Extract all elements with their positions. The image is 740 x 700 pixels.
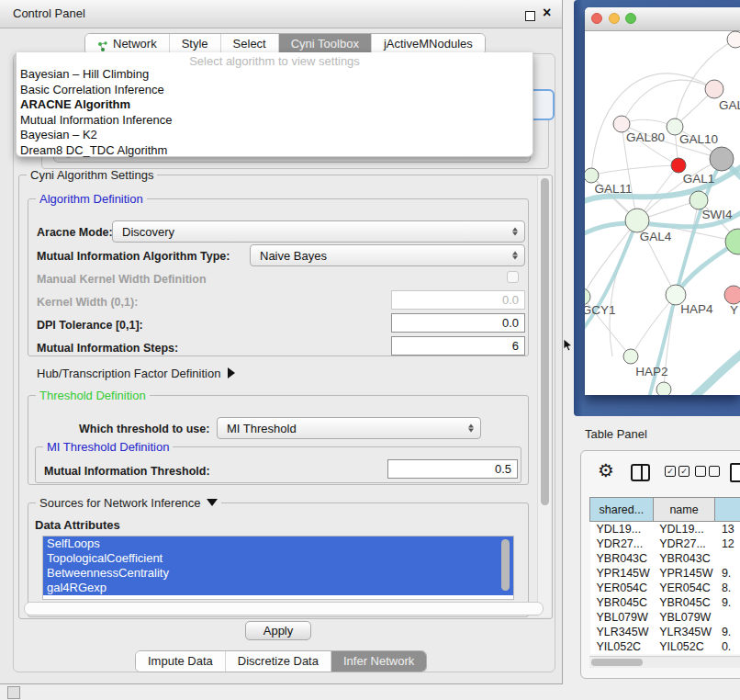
node-table[interactable]: shared...nameYDL19...YDL19...13YDR27...Y… xyxy=(589,497,740,654)
table-cell[interactable]: 9. xyxy=(715,625,740,639)
gear-icon[interactable]: ⚙ xyxy=(598,461,614,480)
dpi-tolerance-field[interactable] xyxy=(391,313,525,333)
table-cell[interactable]: YLR345W xyxy=(590,625,654,639)
network-edge[interactable] xyxy=(591,73,714,175)
table-row[interactable]: YIL052CYIL052C0. xyxy=(590,639,740,654)
tab-discretize-data[interactable]: Discretize Data xyxy=(225,651,331,672)
tab-style[interactable]: Style xyxy=(169,34,220,54)
float-window-button[interactable] xyxy=(525,11,535,21)
table-cell[interactable]: YIL052C xyxy=(653,639,715,654)
table-scrollbar-thumb[interactable] xyxy=(591,659,643,666)
settings-horizontal-scrollbar[interactable] xyxy=(24,602,544,615)
settings-scrollbar-track[interactable] xyxy=(537,175,551,616)
table-cell[interactable]: YDL19... xyxy=(653,522,715,537)
sheet-icon[interactable] xyxy=(730,463,740,482)
mi-steps-field[interactable] xyxy=(391,336,525,356)
algorithm-option-bayesian-hill-climbing[interactable]: Bayesian – Hill Climbing xyxy=(17,67,533,83)
table-cell[interactable]: 8. xyxy=(715,581,740,595)
tab-jactivemnodules[interactable]: jActiveMNodules xyxy=(371,34,485,54)
algorithm-option-aracne-algorithm[interactable]: ARACNE Algorithm xyxy=(17,97,533,113)
table-cell[interactable]: YDR27... xyxy=(653,536,715,551)
table-cell[interactable]: YPR145W xyxy=(590,566,654,581)
table-cell[interactable]: YBR043C xyxy=(590,551,654,566)
table-cell[interactable]: YDL19... xyxy=(590,522,654,537)
select-all-checkboxes-icon[interactable]: ✓ ✓ xyxy=(665,466,690,477)
column-header-partial[interactable] xyxy=(715,498,740,522)
table-row[interactable]: YBL079WYBL079W xyxy=(590,610,740,625)
deselect-all-checkboxes-icon[interactable] xyxy=(695,466,720,477)
apply-button[interactable]: Apply xyxy=(245,621,311,640)
tab-impute-data[interactable]: Impute Data xyxy=(136,651,225,672)
table-cell[interactable]: YDR27... xyxy=(590,536,654,551)
table-panel-title: Table Panel xyxy=(585,427,647,441)
table-row[interactable]: YER054CYER054C8. xyxy=(590,581,740,595)
table-cell[interactable]: YBL079W xyxy=(590,610,654,625)
table-row[interactable]: YBR045CYBR045C9. xyxy=(590,595,740,610)
network-node-gal11[interactable] xyxy=(585,168,599,183)
minimize-traffic-light-icon[interactable] xyxy=(609,13,620,24)
which-threshold-combo[interactable]: MI Threshold xyxy=(217,417,481,439)
tab-label: Style xyxy=(182,34,208,54)
table-row[interactable]: YDL19...YDL19...13 xyxy=(590,522,740,537)
tab-cyni-toolbox[interactable]: Cyni Toolbox xyxy=(278,34,371,54)
attribute-item-gal4rgexp[interactable]: gal4RGexp xyxy=(43,581,513,595)
table-horizontal-scrollbar[interactable] xyxy=(589,656,740,668)
algorithm-option-basic-correlation-inference[interactable]: Basic Correlation Inference xyxy=(17,83,533,98)
table-cell[interactable]: 9. xyxy=(715,595,740,610)
tab-select[interactable]: Select xyxy=(220,34,278,54)
algorithm-option-mutual-information-inference[interactable]: Mutual Information Inference xyxy=(17,113,533,129)
attribute-item-selfloops[interactable]: SelfLoops xyxy=(43,536,513,551)
algorithm-option-dream8-dc-tdc-algorithm[interactable]: Dream8 DC_TDC Algorithm xyxy=(17,143,533,159)
attributes-list-scrollbar-thumb[interactable] xyxy=(501,539,510,591)
network-edge-highlighted[interactable] xyxy=(693,350,740,395)
network-view[interactable]: GALGAL80GAL10GAL1GAL11SWI4GAL4GCY1HAP4YH… xyxy=(585,30,740,395)
table-cell[interactable]: YIL052C xyxy=(590,639,654,654)
mi-threshold-field[interactable] xyxy=(387,459,518,479)
network-node[interactable] xyxy=(710,147,734,171)
table-cell[interactable] xyxy=(715,610,740,625)
network-node-gal[interactable] xyxy=(705,80,723,98)
table-cell[interactable]: YER054C xyxy=(653,581,715,595)
column-header-name[interactable]: name xyxy=(653,498,715,522)
table-cell[interactable] xyxy=(715,551,740,566)
table-cell[interactable]: YBR045C xyxy=(590,595,654,610)
algorithm-option-bayesian-k2[interactable]: Bayesian – K2 xyxy=(17,128,533,143)
settings-scrollbar-thumb[interactable] xyxy=(541,178,549,505)
table-row[interactable]: YBR043CYBR043C xyxy=(590,551,740,566)
network-node-hap2[interactable] xyxy=(623,349,638,364)
tab-infer-network[interactable]: Infer Network xyxy=(331,651,426,672)
table-row[interactable]: YLR345WYLR345W9. xyxy=(590,625,740,639)
network-node[interactable] xyxy=(727,31,740,48)
network-node-swi4[interactable] xyxy=(690,191,708,209)
hub-tf-expander[interactable]: Hub/Transcription Factor Definition xyxy=(37,367,235,380)
network-node-gal1[interactable] xyxy=(671,158,686,173)
table-cell[interactable]: 13 xyxy=(715,522,740,537)
column-header-shared-[interactable]: shared... xyxy=(590,498,654,522)
table-cell[interactable]: 0. xyxy=(715,639,740,654)
close-traffic-light-icon[interactable] xyxy=(591,13,602,24)
aracne-mode-combo[interactable]: Discovery xyxy=(112,220,525,243)
attribute-item-betweennesscentrality[interactable]: BetweennessCentrality xyxy=(43,566,513,581)
table-cell[interactable]: YER054C xyxy=(590,581,654,595)
table-row[interactable]: YDR27...YDR27...12 xyxy=(590,536,740,551)
mi-algorithm-type-combo[interactable]: Naive Bayes xyxy=(250,244,525,266)
minimized-panel-grip[interactable] xyxy=(7,686,20,699)
table-cell[interactable]: 9. xyxy=(715,566,740,581)
table-cell[interactable]: 12 xyxy=(715,536,740,551)
tab-network[interactable]: Network xyxy=(85,34,169,54)
tab-label: Select xyxy=(233,34,266,54)
close-panel-button[interactable]: × xyxy=(543,5,551,21)
table-cell[interactable]: YPR145W xyxy=(653,566,715,581)
table-row[interactable]: YPR145WYPR145W9. xyxy=(590,566,740,581)
table-cell[interactable]: YBR045C xyxy=(653,595,715,610)
zoom-traffic-light-icon[interactable] xyxy=(625,13,636,24)
network-node[interactable] xyxy=(656,382,671,395)
table-cell[interactable]: YBL079W xyxy=(653,610,715,625)
attribute-item-topologicalcoefficient[interactable]: TopologicalCoefficient xyxy=(43,551,513,566)
data-attributes-list[interactable]: SelfLoopsTopologicalCoefficientBetweenne… xyxy=(42,536,514,600)
network-edge[interactable] xyxy=(591,165,678,175)
table-cell[interactable]: YBR043C xyxy=(653,551,715,566)
network-node-y[interactable] xyxy=(724,286,740,304)
split-columns-icon[interactable] xyxy=(631,464,650,481)
table-cell[interactable]: YLR345W xyxy=(653,625,715,639)
